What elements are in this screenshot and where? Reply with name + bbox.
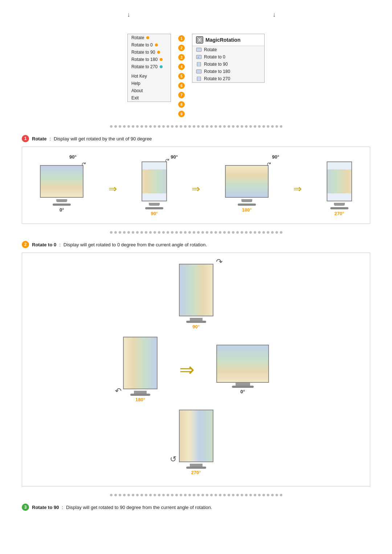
- callout-8: 8: [178, 101, 185, 108]
- stand-180: [241, 199, 252, 202]
- section1-description: Display will get rotated by the unit of …: [54, 136, 152, 141]
- new-menu-item-rotate: Rotate: [192, 46, 264, 53]
- monitor-0-right: 0°: [216, 345, 269, 394]
- screen-90-top: [180, 264, 213, 316]
- label-270-bottom: 270°: [191, 470, 201, 475]
- rotate-0-monitor-icon: 0: [196, 55, 202, 59]
- separator-3: [22, 494, 370, 496]
- new-rotate-to-90-label: Rotate to 90: [204, 62, 228, 67]
- section2-diagram: ↷ 90° ↷ 180° ⇒: [22, 253, 370, 487]
- monitors-row-1: ↷ 0° ⇒ ↷ 90° ⇒: [29, 161, 363, 216]
- dot-teal-270: [160, 65, 163, 68]
- callout-9: 9: [178, 111, 185, 117]
- label-0-right: 0°: [240, 389, 245, 394]
- right-down-arrow: ↓: [273, 11, 276, 19]
- callout-4: 4: [178, 63, 185, 70]
- section2-badge: 2: [22, 241, 29, 248]
- rotate-monitor-icon: [196, 48, 202, 52]
- curved-arrow-180: ↷: [115, 386, 122, 396]
- new-menu-item-rotate-180: Rotate to 180: [192, 68, 264, 75]
- rotate-90-monitor-icon: [196, 62, 202, 66]
- monitor-270-bottom: ↺ 270°: [179, 410, 213, 475]
- menu-item-rotate: Rotate: [128, 34, 171, 41]
- monitor-screen-90: [142, 161, 167, 201]
- section2-header: 2 Rotate to 0 : Display will get rotated…: [22, 241, 370, 248]
- monitor-270deg: 270°: [327, 161, 352, 216]
- new-rotate-to-180-label: Rotate to 180: [204, 69, 230, 74]
- section3-header: 3 Rotate to 90 : Display will get rotate…: [22, 504, 370, 511]
- hotkey-label: Hot Key: [131, 74, 147, 79]
- old-menu: Rotate Rotate to 0 Rotate to 90 Rotate t…: [127, 34, 171, 102]
- menu-item-help: Help: [128, 80, 171, 87]
- screen-0-right: [217, 345, 268, 382]
- dot-orange-180: [160, 58, 163, 61]
- new-rotate-label: Rotate: [204, 47, 217, 52]
- monitor-270-bottom-body: [179, 410, 213, 462]
- section3-badge: 3: [22, 504, 29, 511]
- stand-0: [56, 199, 67, 202]
- base-90: [145, 207, 163, 209]
- curved-arrow-90-top: ↷: [216, 257, 222, 267]
- monitor-180deg: ↷ 180°: [225, 165, 269, 213]
- callout-1: 1: [178, 35, 185, 42]
- svg-text:0: 0: [198, 56, 199, 58]
- screen-content-90: [142, 169, 167, 193]
- monitor-90deg: ↷ 90°: [142, 161, 167, 216]
- callout-2: 2: [178, 45, 185, 51]
- callout-7: 7: [178, 92, 185, 98]
- rotate-to-90-label: Rotate to 90: [131, 50, 155, 55]
- label-270deg: 270°: [334, 211, 344, 216]
- monitor-screen-180: [225, 165, 269, 198]
- monitor-screen-0: [40, 165, 83, 198]
- screen-content-180: [226, 166, 268, 197]
- new-rotate-to-270-label: Rotate to 270: [204, 76, 230, 81]
- label-180: 180°: [135, 397, 145, 402]
- rotate-to-0-label: Rotate to 0: [131, 42, 153, 48]
- curved-arrow-270: ↺: [170, 455, 176, 464]
- big-arrow-to-0: ⇒: [179, 359, 195, 380]
- menu-item-hotkey: Hot Key: [128, 73, 171, 80]
- monitor-90-top-body: [179, 264, 213, 316]
- new-menu-item-rotate-0: 0 Rotate to 0: [192, 53, 264, 61]
- rotate-180-monitor-icon: [196, 69, 202, 74]
- svg-rect-3: [196, 55, 201, 59]
- new-menu-header: MagicRotation: [192, 34, 264, 46]
- magic-rotation-icon: [196, 36, 203, 44]
- screen-content-270: [327, 169, 352, 193]
- svg-rect-0: [197, 38, 202, 42]
- stand-90-top: [190, 318, 203, 321]
- monitor-0-body: [216, 345, 269, 383]
- callout-5: 5: [178, 73, 185, 79]
- callout-3: 3: [178, 54, 185, 61]
- label-90-top: 90°: [192, 324, 200, 329]
- monitor-180-body: [123, 337, 158, 389]
- section1-diagram: 90° 90° 90° ↷ 0° ⇒: [22, 147, 370, 224]
- arrow-3: ⇒: [293, 183, 302, 195]
- menu-item-rotate-to-270: Rotate to 270: [128, 63, 171, 70]
- section1-colon: :: [49, 136, 51, 141]
- monitor-0deg: ↷ 0°: [40, 165, 83, 213]
- rotate-270-monitor-icon: [196, 77, 202, 81]
- svg-rect-2: [196, 48, 201, 52]
- left-down-arrow: ↓: [127, 11, 130, 19]
- svg-rect-1: [199, 39, 201, 41]
- label-90deg: 90°: [151, 211, 158, 216]
- help-label: Help: [131, 81, 140, 86]
- new-menu-item-rotate-270: Rotate to 270: [192, 75, 264, 82]
- screen-270-bottom: [180, 410, 213, 461]
- svg-rect-7: [197, 77, 201, 81]
- stand-270-bottom: [190, 464, 203, 467]
- dot-orange-0: [155, 44, 158, 46]
- base-0: [53, 204, 71, 206]
- base-180: [130, 394, 150, 396]
- angle-top-3: 90°: [272, 154, 279, 160]
- arrow-1: ⇒: [109, 183, 117, 195]
- base-270-bottom: [186, 467, 206, 469]
- rotate-to-270-label: Rotate to 270: [131, 64, 158, 69]
- callout-6: 6: [178, 82, 185, 89]
- exit-label: Exit: [131, 95, 139, 100]
- section2-colon: :: [59, 242, 61, 247]
- section2-description: Display will get rotated to 0 degree fro…: [64, 242, 207, 247]
- middle-row: ↷ 180° ⇒ 0°: [123, 337, 269, 402]
- section1-header: 1 Rotate : Display will get rotated by t…: [22, 135, 370, 142]
